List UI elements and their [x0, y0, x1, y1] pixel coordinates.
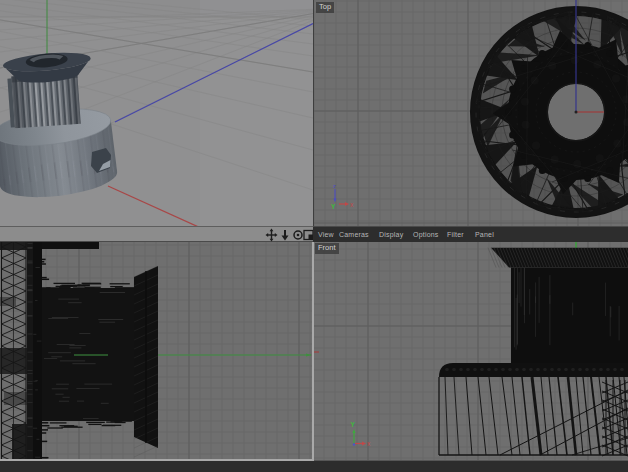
svg-text:Y: Y [351, 421, 356, 428]
svg-text:Y: Y [331, 203, 336, 210]
svg-text:z: z [333, 183, 336, 189]
